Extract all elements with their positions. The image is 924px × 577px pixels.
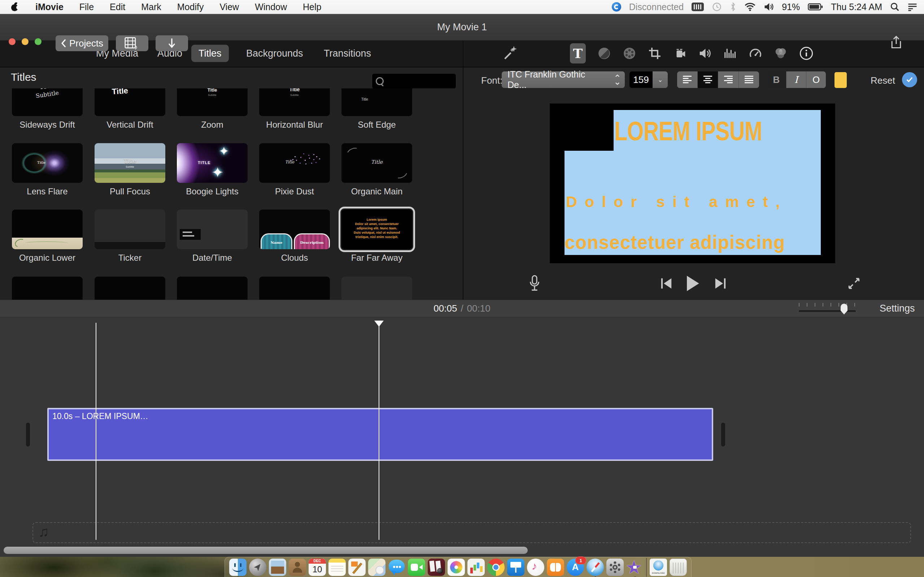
dock-imovie-icon[interactable] — [626, 559, 643, 576]
tab-backgrounds[interactable]: Backgrounds — [246, 40, 303, 67]
play-button[interactable] — [683, 273, 703, 293]
title-thumbnail-partial[interactable] — [12, 277, 82, 300]
title-thumbnail-horizontal-blur[interactable]: Title Subtitle — [259, 89, 330, 116]
title-thumbnail-clouds[interactable]: Name Description — [259, 210, 330, 249]
time-machine-icon[interactable] — [712, 2, 722, 12]
title-thumbnail-organic-lower[interactable] — [12, 210, 82, 249]
dock-contacts-icon[interactable] — [289, 559, 306, 576]
clock-label[interactable]: Thu 5:24 AM — [831, 2, 882, 12]
dock-photo-booth-icon[interactable] — [428, 559, 445, 576]
search-field[interactable] — [372, 73, 456, 89]
dock-pages-icon[interactable] — [348, 559, 366, 576]
keyboard-brightness-icon[interactable] — [691, 3, 704, 11]
dock-itunes-icon[interactable] — [527, 559, 544, 576]
font-size-value[interactable]: 159 — [630, 71, 653, 88]
wifi-icon[interactable] — [744, 3, 756, 11]
title-clip[interactable]: 10.0s – LOREM IPSUM… — [47, 408, 713, 461]
font-reset-button[interactable]: Reset — [871, 75, 895, 86]
tab-transitions[interactable]: Transitions — [324, 40, 371, 67]
vpn-app-icon[interactable] — [612, 2, 621, 11]
align-center-button[interactable] — [698, 71, 718, 88]
dock-downloads-icon[interactable]: DOWNLOAD — [650, 559, 667, 576]
clip-trim-handle-left[interactable] — [26, 423, 30, 446]
dock-numbers-icon[interactable] — [467, 559, 485, 576]
skimmer-line[interactable] — [96, 323, 96, 540]
title-thumbnail-partial[interactable] — [259, 277, 330, 300]
stabilization-camera-icon[interactable] — [672, 45, 688, 61]
title-thumbnail-sideways-drift[interactable]: Title Subtitle — [12, 89, 82, 116]
titles-text-tool-icon[interactable]: T — [570, 43, 586, 63]
dock-app-store-icon[interactable]: 1 — [567, 559, 584, 576]
video-effects-icon[interactable] — [773, 45, 789, 61]
align-right-button[interactable] — [718, 71, 739, 88]
dock-calendar-icon[interactable]: DEC 10 — [309, 559, 326, 576]
align-left-button[interactable] — [677, 71, 698, 88]
fullscreen-button[interactable] — [844, 273, 864, 293]
menu-view[interactable]: View — [220, 2, 239, 12]
spotlight-icon[interactable] — [890, 2, 900, 11]
align-justify-button[interactable] — [739, 71, 759, 88]
title-thumbnail-pull-focus[interactable]: Title Subtitle — [95, 143, 165, 183]
title-thumbnail-date-time[interactable] — [177, 210, 247, 249]
dock-finder-icon[interactable] — [229, 559, 247, 576]
search-input[interactable] — [386, 76, 452, 86]
notification-center-icon[interactable] — [908, 3, 918, 11]
share-button[interactable] — [886, 35, 906, 50]
title-text-line2[interactable]: Dolor sit amet, — [566, 193, 788, 211]
title-thumbnail-boogie-lights[interactable]: ✦ ✦ TITLE — [177, 143, 247, 183]
dock-trash-icon[interactable] — [670, 559, 687, 576]
noise-equalizer-icon[interactable] — [722, 45, 738, 61]
title-text-line3[interactable]: consectetuer adipiscing — [564, 231, 785, 253]
title-thumbnail-partial[interactable] — [95, 277, 165, 300]
voiceover-mic-button[interactable] — [525, 273, 544, 293]
timeline-horizontal-scrollbar[interactable] — [3, 547, 528, 554]
title-text-line1[interactable]: LOREM IPSUM — [614, 116, 762, 147]
timeline-settings-button[interactable]: Settings — [880, 300, 915, 317]
bluetooth-icon[interactable] — [730, 2, 736, 11]
timeline-area[interactable]: 10.0s – LOREM IPSUM… ♫ — [0, 317, 924, 557]
title-thumbnail-organic-main[interactable]: Title — [341, 143, 412, 183]
dock-launchpad-icon[interactable] — [249, 559, 267, 576]
background-music-well[interactable]: ♫ — [32, 522, 911, 543]
dock-photos-icon[interactable] — [447, 559, 465, 576]
menu-modify[interactable]: Modify — [177, 2, 204, 12]
dock-messages-icon[interactable] — [388, 559, 405, 576]
info-icon[interactable] — [798, 45, 814, 61]
tab-titles[interactable]: Titles — [191, 45, 229, 62]
title-thumbnail-ticker[interactable] — [95, 210, 165, 249]
title-thumbnail-lens-flare[interactable]: Title — [12, 143, 82, 183]
crop-icon[interactable] — [647, 45, 663, 61]
menu-imovie[interactable]: iMovie — [36, 2, 63, 12]
dock-system-preferences-icon[interactable] — [606, 559, 624, 576]
menu-window[interactable]: Window — [255, 2, 287, 12]
dock-notes-icon[interactable] — [328, 559, 346, 576]
color-balance-icon[interactable] — [596, 45, 612, 61]
dock-ibooks-icon[interactable] — [547, 559, 564, 576]
dock-keynote-icon[interactable] — [507, 559, 525, 576]
font-size-dropdown-arrow[interactable]: ⌄ — [653, 71, 668, 88]
skip-to-end-button[interactable] — [710, 273, 730, 293]
clip-trim-handle-right[interactable] — [721, 423, 725, 446]
menu-help[interactable]: Help — [303, 2, 321, 12]
text-color-swatch[interactable] — [835, 72, 847, 88]
title-thumbnail-far-far-away-selected[interactable]: Lorem ipsum Dolor sit amet, consectetuer… — [341, 210, 412, 249]
title-thumbnail-vertical-drift[interactable]: Title Subtitle — [95, 89, 165, 116]
skip-to-start-button[interactable] — [656, 273, 677, 293]
dock-maps-icon[interactable] — [368, 559, 386, 576]
video-canvas[interactable]: LOREM IPSUM Dolor sit amet, consectetuer… — [564, 110, 821, 255]
outline-button[interactable]: O — [806, 71, 826, 88]
font-family-dropdown[interactable]: ITC Franklin Gothic De... ⌃⌄ — [502, 71, 625, 88]
title-thumbnail-partial[interactable] — [341, 277, 412, 300]
title-thumbnail-partial[interactable] — [177, 277, 247, 300]
title-thumbnail-soft-edge[interactable]: Title — [341, 89, 412, 116]
enhance-wand-icon[interactable] — [502, 45, 518, 61]
speed-icon[interactable] — [748, 45, 763, 61]
playhead-line[interactable] — [379, 326, 380, 540]
dock-chrome-icon[interactable] — [487, 559, 505, 576]
dock-safari-icon[interactable] — [586, 559, 604, 576]
italic-button[interactable]: I — [787, 71, 806, 88]
apply-checkmark-button[interactable] — [902, 72, 917, 87]
color-correction-wheel-icon[interactable] — [622, 45, 637, 61]
menu-edit[interactable]: Edit — [110, 2, 125, 12]
dock-mail-icon[interactable] — [269, 559, 286, 576]
